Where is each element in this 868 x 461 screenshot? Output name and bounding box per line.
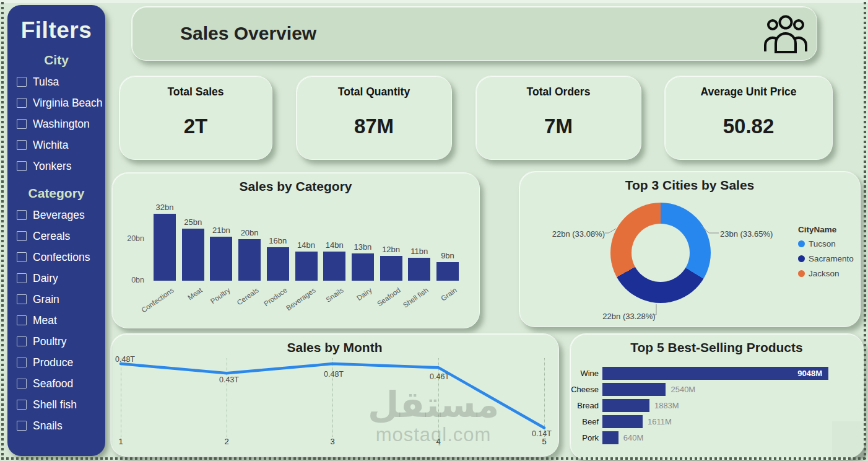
sales-by-category-card: Sales by Category 32bnConfections25bnMea… — [111, 172, 480, 328]
line-chart[interactable] — [111, 334, 560, 457]
filter-item-washington[interactable]: Washington — [7, 113, 105, 134]
checkbox-snails[interactable] — [17, 421, 27, 431]
filter-item-grain[interactable]: Grain — [7, 289, 105, 310]
sales-by-month-card: Sales by Month 123450.48T0.43T0.48T0.46T… — [110, 333, 559, 457]
products-plot: Wine9048MCheese2540MBread1883MBeef1611MP… — [570, 334, 863, 459]
checkbox-grain[interactable] — [17, 294, 27, 304]
filter-item-label: Poultry — [33, 335, 66, 348]
filter-item-shell-fish[interactable]: Shell fish — [7, 394, 105, 415]
hbar-bread[interactable] — [602, 399, 649, 412]
bar-seafood[interactable] — [380, 256, 402, 281]
filter-item-label: Cereals — [33, 230, 70, 243]
checkbox-yonkers[interactable] — [17, 161, 27, 171]
legend-item-tucson[interactable]: Tucson — [798, 239, 854, 248]
legend-label: Tucson — [809, 239, 836, 248]
bar-meat[interactable] — [182, 229, 204, 281]
dotted-border-left — [1, 2, 4, 459]
filter-group-label-city: City — [7, 53, 105, 68]
bar-category-label: Poultry — [176, 286, 232, 328]
bar-category-label: Grain — [403, 286, 458, 328]
filter-item-wichita[interactable]: Wichita — [7, 134, 105, 156]
bar-category-label: Shell fish — [375, 286, 430, 328]
bar-value-label: 32bn — [145, 203, 184, 212]
top-cities-card: Top 3 Cities by Sales 23bn (33.65%)22bn … — [519, 171, 861, 327]
checkbox-tulsa[interactable] — [17, 77, 27, 87]
checkbox-beverages[interactable] — [17, 210, 27, 220]
checkbox-wichita[interactable] — [17, 140, 27, 150]
hbar-beef[interactable] — [602, 415, 643, 428]
checkbox-meat[interactable] — [17, 315, 27, 325]
people-group-icon — [762, 14, 809, 58]
filter-item-tulsa[interactable]: Tulsa — [7, 71, 105, 92]
filter-item-label: Confections — [33, 251, 90, 264]
checkbox-dairy[interactable] — [17, 273, 27, 283]
top-products-card: Top 5 Best-Selling Products Wine9048MChe… — [570, 333, 864, 460]
product-label: Pork — [570, 433, 599, 442]
filter-item-confections[interactable]: Confections — [7, 247, 105, 268]
bar-poultry[interactable] — [210, 237, 232, 281]
checkbox-shell-fish[interactable] — [17, 400, 27, 410]
legend-dot — [798, 255, 805, 262]
filter-item-label: Shell fish — [33, 398, 77, 411]
kpi-card-average-unit-price: Average Unit Price50.82 — [664, 76, 833, 160]
checkbox-washington[interactable] — [17, 119, 27, 129]
filter-item-meat[interactable]: Meat — [7, 310, 105, 331]
bar-shell-fish[interactable] — [408, 258, 430, 281]
filter-item-produce[interactable]: Produce — [7, 352, 105, 373]
kpi-label: Average Unit Price — [665, 86, 832, 99]
filter-item-poultry[interactable]: Poultry — [7, 331, 105, 352]
bar-produce[interactable] — [267, 247, 289, 281]
checkbox-seafood[interactable] — [17, 379, 27, 389]
checkbox-produce[interactable] — [17, 358, 27, 367]
slice-label-jackson: 22bn (33.08%) — [528, 229, 605, 239]
product-value-label: 2540M — [671, 385, 695, 394]
filter-item-label: Washington — [33, 118, 90, 131]
kpi-value: 50.82 — [665, 115, 832, 138]
filter-item-label: Yonkers — [33, 160, 72, 173]
filter-item-snails[interactable]: Snails — [7, 415, 105, 436]
filter-item-dairy[interactable]: Dairy — [7, 268, 105, 289]
checkbox-confections[interactable] — [17, 252, 27, 262]
checkbox-poultry[interactable] — [17, 336, 27, 346]
product-label: Cheese — [570, 385, 599, 394]
filter-item-label: Tulsa — [33, 76, 59, 89]
bar-cereals[interactable] — [238, 239, 261, 281]
filter-item-cereals[interactable]: Cereals — [7, 226, 105, 247]
chart-legend: CityName TucsonSacramentoJackson — [798, 225, 854, 284]
product-label: Wine — [570, 369, 599, 378]
filter-item-yonkers[interactable]: Yonkers — [7, 156, 105, 177]
filter-item-label: Snails — [33, 419, 63, 432]
sidebar-groups: CityTulsaVirginia BeachWashingtonWichita… — [7, 53, 105, 436]
hbar-pork[interactable] — [602, 431, 618, 444]
dotted-border-right — [864, 2, 866, 459]
filter-item-label: Beverages — [33, 209, 85, 222]
checkbox-virginia-beach[interactable] — [17, 98, 27, 108]
bar-confections[interactable] — [154, 214, 176, 281]
filter-item-seafood[interactable]: Seafood — [7, 373, 105, 394]
checkbox-cereals[interactable] — [17, 231, 27, 241]
kpi-value: 87M — [297, 115, 451, 138]
product-value-label: 9048M — [602, 369, 822, 378]
filter-item-virginia-beach[interactable]: Virginia Beach — [7, 92, 105, 113]
hbar-cheese[interactable] — [602, 383, 666, 396]
filter-item-beverages[interactable]: Beverages — [7, 204, 105, 226]
legend-label: Jackson — [809, 269, 840, 278]
header-card: Sales Overview — [131, 6, 817, 61]
product-value-label: 1611M — [648, 417, 672, 426]
filter-item-label: Meat — [33, 314, 57, 327]
kpi-label: Total Sales — [119, 86, 272, 99]
kpi-card-total-sales: Total Sales2T — [119, 76, 272, 160]
bar-grain[interactable] — [436, 262, 459, 281]
legend-item-jackson[interactable]: Jackson — [798, 269, 854, 278]
product-value-label: 1883M — [654, 401, 679, 410]
legend-item-sacramento[interactable]: Sacramento — [798, 254, 854, 263]
y-axis-label: 20bn — [118, 234, 144, 243]
filter-item-label: Virginia Beach — [33, 97, 103, 110]
filters-sidebar: Filters CityTulsaVirginia BeachWashingto… — [7, 5, 105, 456]
bar-snails[interactable] — [323, 252, 345, 281]
bar-dairy[interactable] — [352, 253, 374, 281]
legend-dot — [798, 270, 805, 277]
legend-items: TucsonSacramentoJackson — [798, 239, 854, 278]
bar-beverages[interactable] — [295, 252, 318, 281]
kpi-label: Total Orders — [476, 86, 641, 99]
